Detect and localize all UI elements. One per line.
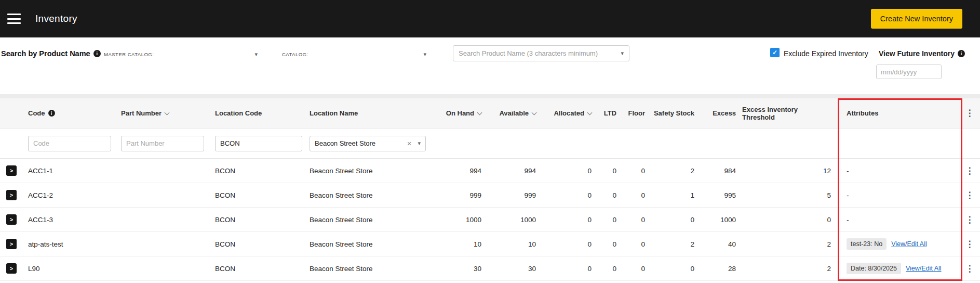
table-options-kebab-icon[interactable]: ⋮ <box>965 109 974 118</box>
cell-ltd: 0 <box>598 232 623 256</box>
header-part-number[interactable]: Part Number <box>115 98 209 128</box>
view-edit-all-link[interactable]: View/Edit All <box>906 265 942 272</box>
filter-empty-cell <box>701 128 742 158</box>
cell-excess-threshold: 5 <box>742 183 837 207</box>
header-available[interactable]: Available <box>488 98 542 128</box>
cell-excess: 1000 <box>701 208 742 231</box>
catalog-label: CATALOG: <box>282 52 308 57</box>
cell-attributes: - <box>837 183 959 207</box>
row-kebab-icon[interactable]: ⋮ <box>965 240 974 249</box>
cell-allocated: 0 <box>542 256 598 280</box>
cell-on-hand: 1000 <box>433 208 488 231</box>
cell-location-code: BCON <box>209 183 303 207</box>
info-icon[interactable]: i <box>48 110 55 117</box>
master-catalog-select[interactable]: MASTER CATALOG: ▾ <box>104 48 258 60</box>
chevron-down-icon <box>165 110 170 115</box>
clear-icon[interactable]: × <box>407 139 412 148</box>
header-attributes: Attributes <box>837 98 959 128</box>
header-location-code: Location Code <box>209 98 303 128</box>
cell-floor: 0 <box>623 208 651 231</box>
row-kebab-icon[interactable]: ⋮ <box>965 215 974 224</box>
expand-row-icon[interactable]: > <box>6 263 17 274</box>
header-code: Code i <box>23 98 115 128</box>
cell-location-code: BCON <box>209 232 303 256</box>
table-row: > atp-ats-test BCON Beacon Street Store … <box>0 232 980 256</box>
header-safety-stock: Safety Stock <box>651 98 701 128</box>
info-icon[interactable]: i <box>958 50 965 57</box>
menu-icon[interactable] <box>7 14 21 24</box>
top-app-bar: Inventory Create New Inventory <box>0 0 980 37</box>
table-row: > ACC1-2 BCON Beacon Street Store 999 99… <box>0 183 980 208</box>
cell-on-hand: 10 <box>433 232 488 256</box>
cell-on-hand: 999 <box>433 183 488 207</box>
cell-location-name: Beacon Street Store <box>303 208 433 231</box>
header-part-number-label: Part Number <box>121 109 162 117</box>
exclude-expired-checkbox[interactable]: ✓ <box>770 48 780 57</box>
header-ltd-label: LTD <box>604 109 616 117</box>
cell-attributes: Date: 8/30/2025 View/Edit All <box>837 256 959 280</box>
header-ltd: LTD <box>598 98 623 128</box>
future-inventory-date-input[interactable] <box>876 65 942 79</box>
header-excess-threshold-label: Excess Inventory Threshold <box>742 106 831 121</box>
chevron-down-icon <box>477 110 482 115</box>
catalog-select[interactable]: CATALOG: ▾ <box>282 48 426 60</box>
cell-allocated: 0 <box>542 232 598 256</box>
part-number-filter-input[interactable] <box>121 136 204 151</box>
filter-empty-cell <box>488 128 542 158</box>
cell-excess: 40 <box>701 232 742 256</box>
code-filter-input[interactable] <box>28 136 111 151</box>
filter-empty-cell <box>959 128 980 158</box>
filter-empty-cell <box>651 128 701 158</box>
table-header-row: Code i Part Number Location Code Locatio… <box>0 98 980 128</box>
header-location-name: Location Name <box>303 98 433 128</box>
cell-allocated: 0 <box>542 159 598 183</box>
header-floor-label: Floor <box>628 109 646 117</box>
row-kebab-icon[interactable]: ⋮ <box>965 264 974 273</box>
attribute-chip: test-23: No <box>847 238 887 250</box>
inventory-table: Code i Part Number Location Code Locatio… <box>0 98 980 283</box>
location-name-selected-value: Beacon Street Store <box>315 139 375 147</box>
cell-excess-threshold: 2 <box>742 256 837 280</box>
view-edit-all-link[interactable]: View/Edit All <box>891 240 927 248</box>
location-code-filter-input[interactable] <box>215 136 302 151</box>
create-new-inventory-button[interactable]: Create New Inventory <box>871 9 962 29</box>
table-filter-row: Beacon Street Store × ▾ <box>0 128 980 159</box>
cell-allocated: 0 <box>542 208 598 231</box>
location-name-filter-select[interactable]: Beacon Street Store × ▾ <box>310 136 426 151</box>
cell-attributes: - <box>837 159 959 183</box>
row-kebab-icon[interactable]: ⋮ <box>965 166 974 175</box>
check-icon: ✓ <box>772 49 777 56</box>
cell-location-code: BCON <box>209 208 303 231</box>
cell-location-name: Beacon Street Store <box>303 159 433 183</box>
header-allocated[interactable]: Allocated <box>542 98 598 128</box>
view-future-inventory-text: View Future Inventory <box>879 49 955 58</box>
cell-floor: 0 <box>623 256 651 280</box>
cell-safety-stock: 2 <box>651 159 701 183</box>
header-code-label: Code <box>28 109 45 117</box>
header-on-hand[interactable]: On Hand <box>433 98 488 128</box>
header-location-name-label: Location Name <box>310 109 358 117</box>
header-allocated-label: Allocated <box>554 109 584 117</box>
expand-row-icon[interactable]: > <box>6 214 17 225</box>
cell-excess-threshold: 0 <box>742 208 837 231</box>
cell-excess: 984 <box>701 159 742 183</box>
expand-row-icon[interactable]: > <box>6 239 17 249</box>
cell-code: ACC1-2 <box>23 183 115 207</box>
filter-empty-cell <box>598 128 623 158</box>
filter-empty-cell <box>542 128 598 158</box>
cell-ltd: 0 <box>598 208 623 231</box>
filter-expand-spacer <box>0 128 23 158</box>
product-name-search-select[interactable]: Search Product Name (3 characters minimu… <box>453 45 629 61</box>
cell-code: ACC1-1 <box>23 159 115 183</box>
row-kebab-icon[interactable]: ⋮ <box>965 191 974 200</box>
cell-part-number <box>115 208 209 231</box>
cell-excess: 28 <box>701 256 742 280</box>
cell-available: 999 <box>488 183 542 207</box>
header-expand-spacer <box>0 98 23 128</box>
header-excess: Excess <box>701 98 742 128</box>
info-icon[interactable]: i <box>93 50 101 57</box>
expand-row-icon[interactable]: > <box>6 165 17 176</box>
cell-available: 1000 <box>488 208 542 231</box>
expand-row-icon[interactable]: > <box>6 190 17 200</box>
cell-part-number <box>115 232 209 256</box>
